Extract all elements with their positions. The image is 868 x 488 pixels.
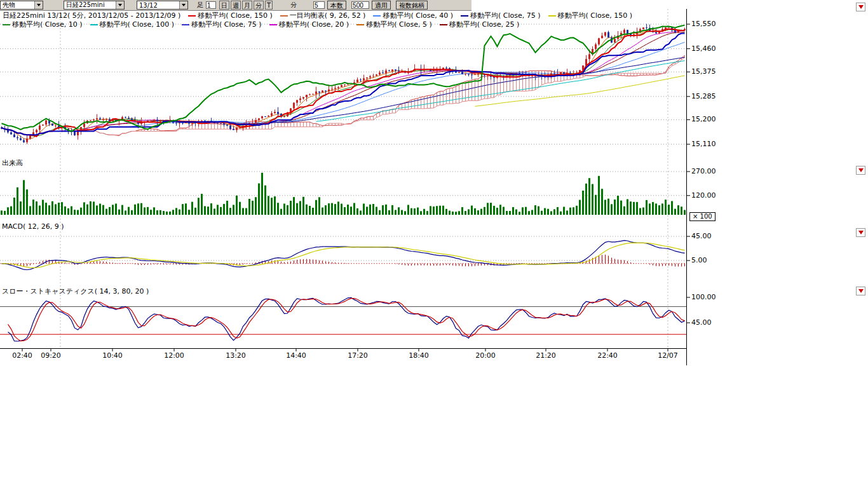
period-button-group: 日週月分T (219, 1, 273, 10)
legend-color-swatch (461, 15, 468, 17)
legend-color-swatch (188, 15, 196, 17)
chart-canvas[interactable] (0, 0, 868, 381)
period-button[interactable]: 日 (219, 1, 229, 10)
legend-color-swatch (90, 24, 98, 25)
legend-item: 移動平均( Close, 150 ) (548, 11, 633, 20)
legend-item: 移動平均( Close, 10 ) (3, 20, 83, 29)
time-axis-label: 21:20 (532, 351, 560, 360)
legend-color-swatch (356, 24, 364, 25)
period-button[interactable]: 分 (254, 1, 264, 10)
price-axis-label: 15,285 (691, 92, 716, 100)
dropdown-arrow-icon[interactable] (179, 1, 187, 9)
legend-item: 移動平均( Close, 150 ) (188, 11, 273, 20)
bars-count-input[interactable] (313, 1, 325, 9)
bars-count-button[interactable]: 本数 (327, 1, 346, 10)
time-axis-label: 12/07 (654, 351, 682, 360)
legend-item-label: 移動平均( Close, 10 ) (12, 20, 83, 29)
bar-interval-input[interactable] (206, 1, 216, 9)
period-button[interactable]: 週 (231, 1, 241, 10)
legend-row-2: 移動平均( Close, 10 )移動平均( Close, 100 )移動平均(… (3, 20, 519, 29)
legend-color-swatch (280, 15, 288, 17)
time-axis-label: 20:00 (471, 351, 499, 360)
bar-type-label: 足 (197, 1, 203, 10)
panel-collapse-button[interactable] (856, 287, 865, 295)
legend-row-1: 日経225mini 13/12( 5分, 2013/12/05 - 2013/1… (3, 11, 632, 20)
contract-month-value: 13/12 (137, 2, 179, 9)
period-button[interactable]: 月 (242, 1, 252, 10)
time-axis-label: 10:40 (98, 351, 126, 360)
volume-axis-label: 270.00 (691, 167, 716, 175)
time-axis-label: 12:00 (160, 351, 188, 360)
legend-color-swatch (182, 24, 189, 25)
legend-item-label: 移動平均( Close, 100 ) (100, 20, 175, 29)
legend-item: 移動平均( Close, 75 ) (182, 20, 262, 29)
time-axis-label: 22:40 (593, 351, 621, 360)
macd-axis-label: 5.00 (691, 256, 707, 264)
time-axis-label: 09:20 (37, 351, 65, 360)
apply-button[interactable]: 適用 (372, 1, 391, 10)
price-axis-label: 15,375 (691, 67, 716, 76)
legend-item-label: 一目均衡表( 9, 26, 52 ) (290, 11, 366, 20)
legend-item: 日経225mini 13/12( 5分, 2013/12/05 - 2013/1… (3, 11, 180, 20)
time-axis-label: 18:40 (405, 351, 433, 360)
legend-item: 移動平均( Close, 5 ) (356, 20, 432, 29)
legend-item-label: 移動平均( Close, 75 ) (470, 11, 541, 20)
red-triangle-icon (858, 5, 864, 9)
instrument-select[interactable]: 日経225mini (64, 1, 125, 10)
legend-item: 移動平均( Close, 25 ) (440, 20, 520, 29)
macd-axis-label: 45.00 (691, 232, 712, 240)
legend-item-label: 移動平均( Close, 75 ) (191, 20, 262, 29)
legend-color-swatch (373, 15, 381, 17)
legend-color-swatch (269, 24, 277, 25)
legend-item: 移動平均( Close, 40 ) (373, 11, 453, 20)
time-axis-label: 13:20 (222, 351, 250, 360)
legend-item-label: 日経225mini 13/12( 5分, 2013/12/05 - 2013/1… (3, 11, 180, 20)
period-button[interactable]: T (265, 1, 273, 10)
instrument-type-value: 先物 (1, 1, 34, 10)
price-axis-label: 15,200 (691, 115, 716, 123)
legend-item-label: 移動平均( Close, 5 ) (366, 20, 432, 29)
contract-month-select[interactable]: 13/12 (137, 1, 188, 10)
dropdown-arrow-icon[interactable] (116, 1, 124, 9)
red-triangle-icon (858, 168, 864, 172)
stoch-panel-title: スロー・ストキャスティクス( 14, 3, 80, 20 ) (2, 287, 149, 296)
time-axis-label: 02:40 (8, 351, 36, 360)
price-axis-label: 15,550 (691, 20, 716, 28)
dropdown-arrow-icon[interactable] (34, 1, 43, 9)
legend-item-label: 移動平均( Close, 150 ) (198, 11, 273, 20)
legend-item-label: 移動平均( Close, 20 ) (279, 20, 349, 29)
panel-collapse-button[interactable] (856, 228, 865, 237)
volume-axis-label: 120.00 (691, 191, 716, 200)
price-axis-label: 15,460 (691, 44, 716, 53)
legend-item: 移動平均( Close, 20 ) (269, 20, 349, 29)
stoch-axis-label: 100.00 (691, 293, 716, 301)
macd-panel-title: MACD( 12, 26, 9 ) (2, 222, 64, 231)
multi-symbol-button[interactable]: 複数銘柄 (396, 1, 428, 10)
time-axis-label: 17:20 (344, 351, 372, 360)
stoch-axis-label: 45.00 (691, 318, 712, 327)
legend-item: 移動平均( Close, 100 ) (90, 20, 175, 29)
time-axis-label: 14:40 (282, 351, 310, 360)
volume-panel-title: 出来高 (2, 158, 23, 168)
panel-collapse-button[interactable] (856, 166, 865, 175)
volume-multiplier-badge: × 100 (689, 212, 715, 221)
apply-count-input[interactable] (351, 1, 369, 9)
legend-color-swatch (3, 24, 10, 25)
minute-label: 分 (290, 1, 297, 10)
instrument-type-select[interactable]: 先物 (0, 1, 43, 10)
legend-item-label: 移動平均( Close, 150 ) (558, 11, 633, 20)
price-axis-label: 15,110 (691, 140, 716, 148)
legend-item: 一目均衡表( 9, 26, 52 ) (280, 11, 366, 20)
legend-color-swatch (548, 15, 556, 17)
instrument-value: 日経225mini (64, 1, 116, 10)
red-triangle-icon (858, 231, 864, 234)
legend-item: 移動平均( Close, 75 ) (461, 11, 541, 20)
toolbar: 先物 日経225mini 13/12 足 日週月分T 分 本数 適用 複数銘柄 (0, 0, 471, 11)
legend-item-label: 移動平均( Close, 25 ) (449, 20, 520, 29)
red-triangle-icon (858, 289, 864, 293)
legend-item-label: 移動平均( Close, 40 ) (383, 11, 453, 20)
panel-collapse-button[interactable] (856, 3, 865, 11)
legend-color-swatch (440, 24, 447, 25)
